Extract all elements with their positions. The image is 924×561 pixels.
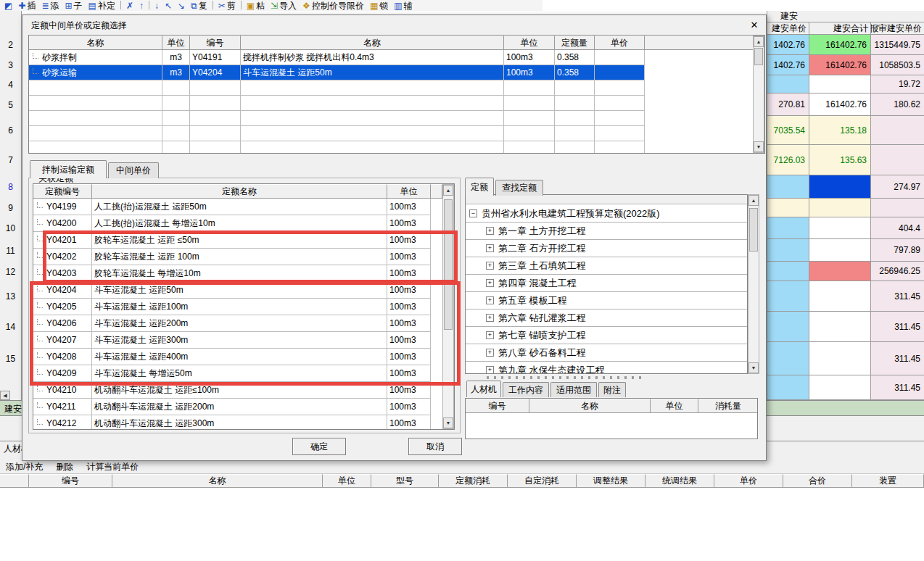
ok-button[interactable]: 确定	[292, 438, 346, 455]
menu-calc-current-price[interactable]: 计算当前单价	[86, 461, 139, 473]
spreadsheet-row[interactable]: 270.81161402.76180.62	[767, 94, 924, 116]
scroll-down-icon[interactable]: ▼	[748, 362, 759, 373]
empty-row[interactable]	[29, 80, 764, 96]
tree-root-node[interactable]: −贵州省水利水电建筑工程预算定额(2022版)	[466, 205, 747, 223]
toolbar-paste-button[interactable]: ▣粘	[247, 0, 265, 11]
tab-quota[interactable]: 定额	[465, 178, 494, 196]
toolbar-lock-button[interactable]: ▦锁	[370, 0, 388, 11]
row-number[interactable]: 9	[0, 199, 21, 217]
menu-add-supplement[interactable]: 添加/补充	[6, 461, 43, 473]
tree-chapter-node[interactable]: +第九章 水保生态建设工程	[466, 362, 747, 374]
scroll-left-icon[interactable]: ◀	[0, 391, 10, 400]
spreadsheet-row[interactable]: 311.45	[767, 312, 924, 342]
toolbar-copy-button[interactable]: ⧉复	[191, 0, 207, 11]
toolbar-node-button[interactable]: ◩	[4, 0, 12, 11]
empty-row[interactable]	[29, 126, 764, 141]
quota-table-scrollbar[interactable]: ▲▼	[442, 184, 454, 429]
quota-row[interactable]: Y04202胶轮车运混凝土 运距 100m100m3	[33, 249, 454, 265]
scroll-up-icon[interactable]: ▲	[748, 195, 759, 206]
tab-work-content[interactable]: 工作内容	[503, 382, 549, 397]
row-number[interactable]: 11	[0, 239, 21, 262]
toolbar-supplement-quota-button[interactable]: ▤补定	[88, 0, 115, 11]
spreadsheet-row[interactable]: 1402.76161402.761058503.5	[767, 55, 924, 75]
row-number[interactable]: 12	[0, 262, 21, 281]
tree-chapter-node[interactable]: +第四章 混凝土工程	[466, 275, 747, 292]
scroll-down-icon[interactable]: ▼	[754, 141, 764, 152]
tree-chapter-node[interactable]: +第七章 锚喷支护工程	[466, 327, 747, 344]
toolbar-child-button[interactable]: ⊞子	[65, 0, 82, 11]
quota-row[interactable]: Y04203胶轮车运混凝土 每增运10m100m3	[33, 265, 454, 282]
spreadsheet-row[interactable]: 7126.03135.63	[767, 145, 924, 175]
toolbar-append-button[interactable]: ≣添	[41, 0, 59, 11]
quota-row[interactable]: Y04207斗车运混凝土 运距300m100m3	[33, 332, 454, 349]
toolbar-cut-button[interactable]: ✂剪	[218, 0, 236, 11]
toolbar-control-price-button[interactable]: ❖控制价导限价	[302, 0, 364, 11]
spreadsheet-row[interactable]: 404.4	[767, 217, 924, 239]
spreadsheet-row[interactable]: 797.89	[767, 239, 924, 262]
quota-row[interactable]: Y04209斗车运混凝土 每增运50m100m3	[33, 365, 454, 382]
tree-chapter-node[interactable]: +第八章 砂石备料工程	[466, 344, 747, 362]
toolbar-insert-button[interactable]: ✚插	[18, 0, 36, 11]
quota-row[interactable]: Y04201胶轮车运混凝土 运距 ≤50m100m3	[33, 232, 454, 249]
quota-row[interactable]: Y04204斗车运混凝土 运距50m100m3	[33, 282, 454, 299]
tree-chapter-node[interactable]: +第三章 土石填筑工程	[466, 257, 747, 275]
row-number[interactable]: 3	[0, 55, 21, 75]
spreadsheet-row[interactable]: 311.45	[767, 375, 924, 400]
toolbar-level-up-button[interactable]: ↖	[165, 0, 172, 11]
quota-row[interactable]: Y04212机动翻斗车运混凝土 运距300m100m3	[33, 415, 454, 430]
toolbar-move-down-button[interactable]: ↓	[154, 0, 159, 11]
close-icon[interactable]: ✕	[748, 18, 761, 31]
cancel-button[interactable]: 取消	[408, 438, 462, 455]
empty-row[interactable]	[29, 111, 764, 126]
tab-intermediate-price[interactable]: 中间单价	[108, 162, 159, 178]
quota-row[interactable]: Y04208斗车运混凝土 运距400m100m3	[33, 349, 454, 365]
toolbar-level-down-button[interactable]: ↘	[178, 0, 185, 11]
quota-row[interactable]: Y04200人工挑(抬)运混凝土 每增运10m100m3	[33, 215, 454, 232]
row-number[interactable]: 5	[0, 94, 21, 116]
scrollbar-thumb[interactable]	[749, 208, 758, 252]
spreadsheet-row[interactable]: 274.97	[767, 175, 924, 199]
tree-chapter-node[interactable]: +第六章 钻孔灌浆工程	[466, 309, 747, 327]
row-number[interactable]: 6	[0, 116, 21, 145]
tab-labor-material[interactable]: 人材机	[466, 381, 501, 397]
spreadsheet-row[interactable]: 311.45	[767, 281, 924, 312]
row-number[interactable]: 4	[0, 75, 21, 94]
spreadsheet-row[interactable]: 19.72	[767, 75, 924, 94]
toolbar-move-up-button[interactable]: ↑	[139, 0, 144, 11]
empty-row[interactable]	[29, 96, 764, 111]
scroll-down-icon[interactable]: ▼	[443, 417, 453, 428]
tree-chapter-node[interactable]: +第二章 石方开挖工程	[466, 240, 747, 257]
toolbar-auxiliary-button[interactable]: ▥辅	[394, 0, 412, 11]
tree-chapter-node[interactable]: +第一章 土方开挖工程	[466, 223, 747, 240]
empty-row[interactable]	[29, 141, 764, 154]
quota-row[interactable]: Y04210机动翻斗车运混凝土 运距≤100m100m3	[33, 382, 454, 399]
row-number[interactable]: 2	[0, 35, 21, 55]
toolbar-import-button[interactable]: ⇲导入	[271, 0, 297, 11]
menu-delete[interactable]: 删除	[56, 461, 73, 473]
quota-row[interactable]: Y04205斗车运混凝土 运距100m100m3	[33, 299, 454, 315]
bottom-table-body[interactable]	[0, 488, 924, 561]
row-number[interactable]: 10	[0, 217, 21, 239]
quota-row[interactable]: Y04199人工挑(抬)运混凝土 运距50m100m3	[33, 199, 454, 215]
row-number[interactable]: 15	[0, 342, 21, 375]
scrollbar-thumb[interactable]	[754, 48, 763, 65]
splitter-handle[interactable]	[487, 376, 646, 379]
spreadsheet-row[interactable]: 256946.25	[767, 262, 924, 281]
tab-notes[interactable]: 附注	[598, 382, 626, 397]
tree-chapter-node[interactable]: +第五章 模板工程	[466, 292, 747, 309]
row-number[interactable]: 8	[0, 175, 21, 199]
scroll-up-icon[interactable]: ▲	[754, 36, 764, 47]
scroll-up-icon[interactable]: ▲	[443, 185, 453, 196]
top-table-scrollbar[interactable]: ▲▼	[753, 36, 764, 153]
toolbar-delete-button[interactable]: ✗	[126, 0, 133, 11]
spreadsheet-row[interactable]: 311.45	[767, 342, 924, 375]
spreadsheet-row[interactable]: 7035.54135.18	[767, 116, 924, 145]
intermediate-price-row[interactable]: 砂浆拌制m3Y04191搅拌机拌制砂浆 搅拌机出料0.4m3100m30.358	[29, 50, 764, 65]
quota-row[interactable]: Y04206斗车运混凝土 运距200m100m3	[33, 315, 454, 332]
tab-applicable-scope[interactable]: 适用范围	[550, 382, 597, 397]
row-number[interactable]: 14	[0, 312, 21, 342]
intermediate-price-row[interactable]: 砂浆运输m3Y04204斗车运混凝土 运距50m100m30.358	[29, 65, 764, 80]
scrollbar-thumb[interactable]	[444, 199, 453, 330]
tab-mix-transport-quota[interactable]: 拌制运输定额	[30, 160, 107, 178]
quota-row[interactable]: Y04211机动翻斗车运混凝土 运距200m100m3	[33, 399, 454, 415]
